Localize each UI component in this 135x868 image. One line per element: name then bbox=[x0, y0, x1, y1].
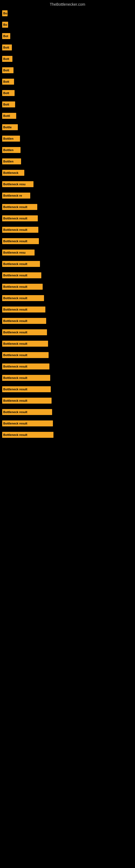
bar-row: Bottleneck result bbox=[2, 236, 135, 247]
bar-row: Bottleneck result bbox=[2, 361, 135, 372]
bar-row: Bottlen bbox=[2, 133, 135, 144]
bar: Bottleneck result bbox=[2, 307, 45, 312]
bar-row: Bottlen bbox=[2, 144, 135, 156]
bar-row: Bottleneck result bbox=[2, 304, 135, 315]
bar: Bott bbox=[2, 79, 14, 85]
bar: Bottleneck result bbox=[2, 398, 52, 404]
bar: Bottleneck result bbox=[2, 352, 49, 358]
bar: Bottleneck result bbox=[2, 261, 40, 267]
bar-row: Bottleneck result bbox=[2, 213, 135, 224]
bar: Bottleneck result bbox=[2, 238, 39, 244]
bar: Bottleneck result bbox=[2, 272, 41, 278]
bar: Bottleneck result bbox=[2, 215, 38, 221]
bar-row: Bott bbox=[2, 65, 135, 76]
bar-row: Bottleneck result bbox=[2, 281, 135, 292]
bar: Bottleneck result bbox=[2, 409, 52, 415]
bar: Bottleneck re bbox=[2, 193, 30, 198]
bar: Bottleneck resu bbox=[2, 250, 35, 255]
bar: Bottleneck result bbox=[2, 227, 38, 233]
bar-row: Bottleneck result bbox=[2, 292, 135, 304]
bar-row: Bo bbox=[2, 19, 135, 30]
bar-row: Bott bbox=[2, 53, 135, 65]
bar-row: Bottleneck bbox=[2, 167, 135, 179]
bar: Bottle bbox=[2, 124, 18, 130]
bar-row: Bottleneck result bbox=[2, 395, 135, 406]
bar: Bottl bbox=[2, 113, 16, 119]
bar: Bott bbox=[2, 90, 14, 96]
bar: Bott bbox=[2, 67, 13, 73]
bar: Bottleneck result bbox=[2, 386, 51, 392]
bar-row: Bottleneck result bbox=[2, 406, 135, 418]
bar-row: Bott bbox=[2, 87, 135, 99]
bar: Bo bbox=[2, 22, 8, 28]
bar-row: Bottleneck result bbox=[2, 418, 135, 429]
bar: Bottleneck resu bbox=[2, 181, 34, 187]
bar: Bottlen bbox=[2, 135, 20, 142]
bar: Bott bbox=[2, 44, 12, 51]
bar-row: Bottleneck result bbox=[2, 201, 135, 213]
bar-row: Bottlen bbox=[2, 156, 135, 167]
bar-row: Bott bbox=[2, 42, 135, 53]
bar-row: Bottleneck result bbox=[2, 224, 135, 236]
bars-container: BoBoBotBottBottBottBottBottBottBottlBott… bbox=[0, 8, 135, 868]
bar-row: Bottleneck result bbox=[2, 429, 135, 440]
bar-row: Bottleneck result bbox=[2, 270, 135, 281]
bar: Bott bbox=[2, 56, 12, 62]
bar-row: Bottleneck result bbox=[2, 258, 135, 270]
bar: Bottleneck result bbox=[2, 318, 46, 324]
bar-row: Bottleneck result bbox=[2, 383, 135, 395]
bar: Bottlen bbox=[2, 158, 21, 164]
bar: Bottleneck bbox=[2, 170, 24, 176]
bar: Bottleneck result bbox=[2, 432, 53, 438]
bar: Bottleneck result bbox=[2, 364, 49, 369]
bar: Bottleneck result bbox=[2, 295, 44, 301]
bar: Bott bbox=[2, 101, 15, 107]
bar-row: Bottleneck resu bbox=[2, 179, 135, 190]
bar-row: Bottle bbox=[2, 122, 135, 133]
bar: Bottleneck result bbox=[2, 375, 50, 381]
bar-row: Bottl bbox=[2, 110, 135, 122]
bar: Bottleneck result bbox=[2, 421, 53, 426]
bar-row: Bot bbox=[2, 30, 135, 42]
bar: Bottleneck result bbox=[2, 204, 37, 210]
bar: Bottleneck result bbox=[2, 341, 48, 347]
bar-row: Bottleneck result bbox=[2, 349, 135, 361]
bar: Bo bbox=[2, 10, 8, 16]
site-title: TheBottlenecker.com bbox=[0, 0, 135, 8]
bar-row: Bo bbox=[2, 8, 135, 19]
bar: Bottleneck result bbox=[2, 284, 43, 290]
bar-row: Bottleneck result bbox=[2, 327, 135, 338]
bar-row: Bottleneck result bbox=[2, 315, 135, 327]
bar-row: Bottleneck result bbox=[2, 372, 135, 383]
bar: Bottleneck result bbox=[2, 329, 47, 335]
bar-row: Bottleneck result bbox=[2, 338, 135, 349]
bar-row: Bottleneck re bbox=[2, 190, 135, 201]
bar-row: Bott bbox=[2, 99, 135, 110]
bar: Bottlen bbox=[2, 147, 20, 153]
bar-row: Bottleneck resu bbox=[2, 247, 135, 258]
bar: Bot bbox=[2, 33, 10, 39]
bar-row: Bott bbox=[2, 76, 135, 87]
